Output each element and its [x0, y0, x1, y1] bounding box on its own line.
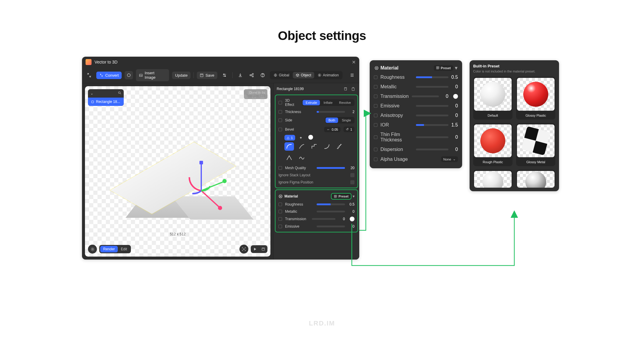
canvas[interactable]: ⌄ Rectangle 18... Done in 8s Triangles: … [85, 86, 270, 257]
share-icon[interactable] [247, 71, 256, 79]
refresh-icon[interactable] [125, 71, 133, 79]
ignore-figma-row[interactable]: Ignore Figma Position [277, 179, 356, 186]
preset-button[interactable]: Preset [332, 194, 351, 199]
mesh-quality-slider[interactable] [317, 167, 345, 169]
checkbox-thickness[interactable] [278, 110, 282, 114]
render-mode-toggle[interactable]: Render Edit [99, 245, 131, 253]
mp-thinfilm-chk[interactable] [374, 135, 377, 139]
settings-gear-icon[interactable] [88, 245, 97, 254]
record-icon[interactable] [259, 245, 267, 253]
curve-wave[interactable] [297, 154, 306, 162]
paste-icon[interactable] [350, 86, 356, 92]
download-icon[interactable] [236, 71, 244, 79]
tab-animation[interactable]: Animation [315, 72, 342, 78]
material-preset-button[interactable]: Preset [434, 65, 453, 71]
play-icon[interactable] [251, 245, 259, 253]
metallic-value: 0 [348, 209, 354, 214]
mp-metallic-chk[interactable] [374, 85, 377, 89]
update-button[interactable]: Update [172, 72, 191, 79]
material-panel-collapse-icon[interactable]: ▾ [455, 65, 457, 71]
effect-extrude[interactable]: Extrude [303, 100, 320, 105]
effect-revolve[interactable]: Revolve [336, 100, 354, 105]
preset-default[interactable]: Default [473, 77, 513, 120]
effect-inflate[interactable]: Inflate [321, 100, 335, 105]
mp-dispersion-slider[interactable] [416, 149, 448, 150]
layer-label: Rectangle 18... [96, 100, 120, 104]
checkbox-metallic[interactable] [278, 210, 282, 213]
mp-ior-chk[interactable] [374, 123, 377, 127]
checkbox-transmission[interactable] [278, 217, 282, 221]
search-icon[interactable] [118, 91, 121, 95]
side-options[interactable]: Both Single [325, 117, 354, 124]
curve-step[interactable] [309, 142, 319, 151]
preset-glossy-metal-label: Glossy Metal [526, 158, 545, 166]
checkbox-side[interactable] [278, 118, 282, 122]
bevel-repeat-field[interactable]: ↺ 1 [343, 126, 354, 132]
bevel-wand-icon[interactable]: ✦ [299, 136, 302, 140]
bevel-angle-field[interactable]: △ 1 [284, 135, 295, 141]
preset-glossy-metal[interactable]: Glossy Metal [516, 123, 555, 166]
preset-extra-2[interactable] [516, 170, 555, 188]
svg-rect-23 [344, 88, 346, 90]
mp-transmission-slider[interactable] [412, 95, 439, 97]
tab-global[interactable]: Global [271, 72, 292, 78]
focus-icon[interactable] [239, 245, 248, 254]
ignore-stack-row[interactable]: Ignore Stack Layout [277, 172, 356, 179]
preset-rough-plastic[interactable]: Rough Plastic [473, 123, 513, 166]
mp-emissive-chk[interactable] [374, 104, 377, 108]
convert-button[interactable]: Convert [96, 72, 122, 79]
transmission-slider[interactable] [312, 218, 336, 220]
mp-transmission-swatch[interactable] [453, 94, 458, 99]
mp-thinfilm-slider[interactable] [416, 136, 448, 138]
curve-smooth[interactable] [284, 142, 294, 151]
layer-item-active[interactable]: Rectangle 18... [88, 98, 124, 106]
curve-stairs[interactable] [335, 142, 344, 151]
curve-angle[interactable] [284, 154, 294, 162]
curve-quarter[interactable] [297, 142, 306, 151]
checkbox-mesh[interactable] [278, 166, 282, 170]
tab-object[interactable]: Object [293, 72, 314, 78]
mp-roughness-slider[interactable] [416, 76, 448, 78]
copy-icon[interactable] [342, 86, 349, 92]
checkbox-roughness[interactable] [278, 203, 282, 206]
metallic-slider[interactable] [317, 211, 345, 212]
checkbox-effect[interactable] [278, 101, 282, 104]
insert-image-button[interactable]: Insert Image [136, 69, 169, 81]
side-single[interactable]: Single [339, 118, 354, 123]
close-icon[interactable]: ✕ [352, 59, 356, 65]
mp-dispersion-chk[interactable] [374, 148, 377, 151]
collapse-icon[interactable] [85, 71, 93, 79]
mp-aniso-slider[interactable] [416, 115, 448, 116]
settings-toggle-icon[interactable] [220, 71, 229, 79]
roughness-slider[interactable] [317, 203, 345, 205]
preset-glossy-plastic[interactable]: Glossy Plastic [516, 77, 555, 120]
material-collapse-icon[interactable]: ▾ [353, 194, 354, 198]
mp-alpha-chk[interactable] [374, 158, 377, 161]
mp-aniso-chk[interactable] [374, 114, 377, 117]
emissive-slider[interactable] [317, 226, 345, 227]
menu-icon[interactable] [348, 71, 356, 79]
view-tabs: Global Object Animation [270, 71, 343, 79]
mp-emissive-slider[interactable] [416, 105, 448, 107]
side-both[interactable]: Both [326, 118, 338, 123]
mp-transmission-chk[interactable] [374, 95, 377, 98]
mp-roughness-chk[interactable] [374, 75, 377, 79]
svg-point-3 [223, 74, 224, 75]
mp-thinfilm-label: Thin Film Thickness [380, 132, 413, 143]
curve-concave[interactable] [322, 142, 332, 151]
mp-dispersion-val: 0 [451, 147, 458, 152]
bevel-color-swatch[interactable] [308, 135, 313, 140]
transmission-color-swatch[interactable] [350, 217, 354, 221]
help-icon[interactable] [258, 71, 267, 79]
mp-metallic-slider[interactable] [416, 86, 448, 88]
effect-options[interactable]: Extrude Inflate Revolve [302, 99, 354, 106]
alpha-usage-dropdown[interactable]: None⌄ [441, 156, 458, 162]
bevel-width-field[interactable]: ↔ 0.05 [324, 127, 340, 132]
mp-ior-slider[interactable] [416, 124, 448, 126]
thickness-slider[interactable] [317, 111, 345, 113]
layers-collapse-icon[interactable]: ⌄ [90, 91, 93, 95]
save-button[interactable]: Save [197, 72, 217, 79]
preset-extra-1[interactable] [473, 170, 513, 188]
checkbox-bevel[interactable] [278, 128, 282, 131]
checkbox-emissive[interactable] [278, 225, 282, 228]
